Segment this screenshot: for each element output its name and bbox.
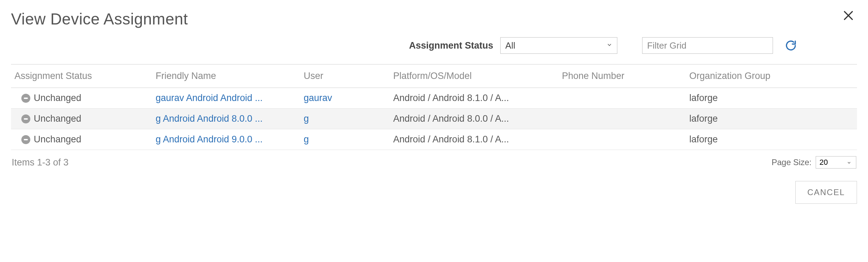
cancel-button[interactable]: CANCEL [795,181,857,204]
unchanged-icon [21,114,30,123]
column-header-status[interactable]: Assignment Status [11,64,152,88]
platform-text: Android / Android 8.1.0 / A... [390,88,558,109]
friendly-name-link[interactable]: g Android Android 8.0.0 ... [156,113,263,124]
items-count: Items 1-3 of 3 [12,157,69,168]
page-size-select[interactable] [816,156,856,169]
unchanged-icon [21,94,30,103]
table-row[interactable]: Unchangedgaurav Android Android ...gaura… [11,88,857,109]
column-header-friendly[interactable]: Friendly Name [152,64,300,88]
status-text: Unchanged [34,113,81,124]
refresh-icon[interactable] [783,38,798,53]
friendly-name-link[interactable]: gaurav Android Android ... [156,93,263,103]
status-text: Unchanged [34,93,81,103]
table-row[interactable]: Unchangedg Android Android 9.0.0 ...gAnd… [11,129,857,150]
column-header-user[interactable]: User [300,64,390,88]
device-assignment-table: Assignment Status Friendly Name User Pla… [11,64,857,150]
user-link[interactable]: gaurav [304,93,332,103]
assignment-status-select[interactable] [500,37,617,54]
status-text: Unchanged [34,134,81,145]
filter-grid-input[interactable] [642,37,773,54]
column-header-phone[interactable]: Phone Number [558,64,686,88]
unchanged-icon [21,135,30,144]
phone-text [558,129,686,150]
org-text: laforge [686,88,857,109]
friendly-name-link[interactable]: g Android Android 9.0.0 ... [156,134,263,144]
user-link[interactable]: g [304,113,309,124]
phone-text [558,88,686,109]
table-row[interactable]: Unchangedg Android Android 8.0.0 ...gAnd… [11,109,857,129]
assignment-status-label: Assignment Status [409,40,493,51]
column-header-org[interactable]: Organization Group [686,64,857,88]
org-text: laforge [686,109,857,129]
phone-text [558,109,686,129]
user-link[interactable]: g [304,134,309,144]
page-title: View Device Assignment [11,10,188,28]
column-header-platform[interactable]: Platform/OS/Model [390,64,558,88]
platform-text: Android / Android 8.0.0 / A... [390,109,558,129]
page-size-label: Page Size: [772,158,812,167]
org-text: laforge [686,129,857,150]
close-icon[interactable] [840,10,857,23]
platform-text: Android / Android 8.1.0 / A... [390,129,558,150]
